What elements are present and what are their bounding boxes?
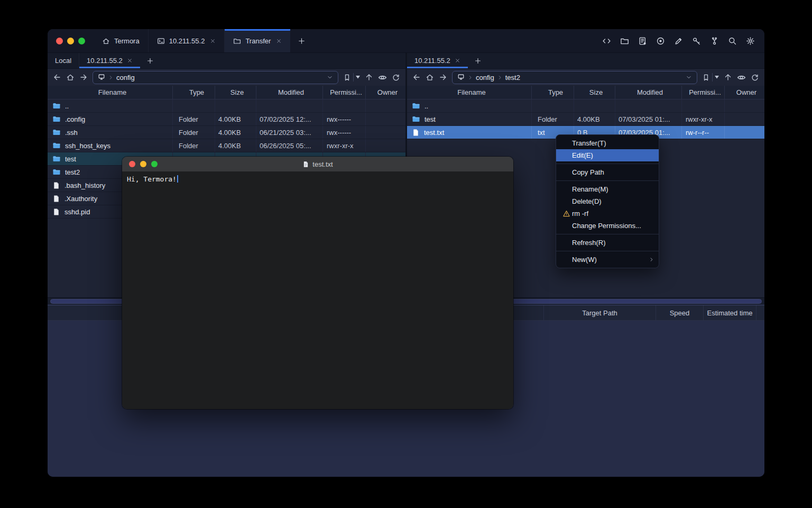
path-bar[interactable]: config test2: [452, 71, 697, 84]
close-tab-icon[interactable]: [210, 38, 216, 44]
file-row[interactable]: ..: [48, 99, 405, 113]
close-tab-icon[interactable]: [276, 38, 282, 44]
column-header-size[interactable]: Size: [574, 86, 615, 99]
show-hidden-files-button[interactable]: [737, 73, 746, 82]
log-button[interactable]: [638, 37, 647, 46]
close-tab-icon[interactable]: [455, 58, 460, 64]
column-header-modified[interactable]: Modified: [615, 86, 681, 99]
editor-text-area[interactable]: Hi, Termora!: [122, 171, 513, 409]
parent-directory-button[interactable]: [724, 73, 732, 81]
refresh-button[interactable]: [751, 73, 759, 81]
tab-remote-session[interactable]: 10.211.55.2: [407, 53, 468, 68]
minimize-window-button[interactable]: [140, 161, 146, 167]
file-table-header: Filename Type Size Modified Permissi... …: [48, 86, 405, 99]
menu-item-new[interactable]: New(W): [556, 253, 659, 266]
menu-item-delete[interactable]: Delete(D): [556, 195, 659, 207]
file-icon: [52, 182, 60, 189]
key-button[interactable]: [692, 37, 701, 46]
folder-button[interactable]: [620, 37, 629, 46]
column-header-type[interactable]: Type: [172, 86, 215, 99]
close-window-button[interactable]: [56, 38, 63, 44]
home-button[interactable]: [426, 73, 434, 81]
menu-item-refresh[interactable]: Refresh(R): [556, 237, 659, 249]
chevron-down-icon[interactable]: [686, 74, 692, 80]
file-name: test2: [65, 168, 80, 176]
menu-item-change-permissions[interactable]: Change Permissions...: [556, 220, 659, 232]
path-segment: config: [116, 74, 135, 81]
menu-item-rm-rf[interactable]: rm -rf: [556, 207, 659, 220]
keymap-button[interactable]: [710, 37, 719, 46]
back-button[interactable]: [412, 73, 421, 81]
column-header-owner[interactable]: Owner: [365, 86, 405, 99]
file-name: test: [65, 155, 76, 163]
file-row[interactable]: test Folder 4.00KB 07/03/2025 01:... rwx…: [407, 113, 764, 126]
minimize-window-button[interactable]: [67, 38, 74, 44]
new-tab-button[interactable]: [290, 29, 313, 52]
zoom-window-button[interactable]: [151, 161, 158, 167]
file-name: .config: [65, 115, 85, 123]
tab-remote-session[interactable]: 10.211.55.2: [79, 53, 140, 68]
tab-local[interactable]: Local: [48, 53, 79, 68]
refresh-button[interactable]: [392, 73, 400, 81]
file-name: ..: [65, 102, 69, 110]
file-icon: [412, 129, 420, 137]
new-pane-tab-button[interactable]: [468, 53, 488, 68]
file-row[interactable]: .ssh Folder 4.00KB 06/21/2025 03:... rwx…: [48, 126, 405, 139]
folder-icon: [412, 115, 420, 123]
file-row[interactable]: ..: [407, 99, 764, 113]
desktop: Termora 10.211.55.2 Transfer: [0, 0, 812, 508]
zoom-window-button[interactable]: [78, 38, 85, 44]
settings-button[interactable]: [746, 37, 755, 46]
bookmark-dropdown-icon[interactable]: [356, 76, 360, 79]
parent-directory-button[interactable]: [365, 73, 373, 81]
back-button[interactable]: [53, 73, 61, 81]
folder-icon: [412, 102, 420, 110]
column-header-estimated-time[interactable]: Estimated time: [703, 305, 756, 320]
menu-item-copy-path[interactable]: Copy Path: [556, 166, 659, 178]
close-tab-icon[interactable]: [127, 58, 133, 64]
search-button[interactable]: [728, 37, 737, 46]
path-bar[interactable]: config: [93, 71, 338, 84]
record-button[interactable]: [656, 37, 665, 46]
file-row[interactable]: .config Folder 4.00KB 07/02/2025 12:... …: [48, 113, 405, 126]
column-header-target-path[interactable]: Target Path: [543, 305, 656, 320]
file-row[interactable]: ssh_host_keys Folder 4.00KB 06/26/2025 0…: [48, 139, 405, 152]
bookmark-button[interactable]: [343, 74, 351, 81]
file-name: ..: [425, 102, 428, 110]
tab-label: Local: [55, 57, 71, 65]
home-button[interactable]: [66, 73, 75, 81]
column-header-permissions[interactable]: Permissi...: [681, 86, 724, 99]
tab-transfer[interactable]: Transfer: [225, 29, 290, 52]
menu-item-rename[interactable]: Rename(M): [556, 183, 659, 195]
column-header-type[interactable]: Type: [531, 86, 574, 99]
divider: [712, 73, 713, 81]
column-header-modified[interactable]: Modified: [256, 86, 322, 99]
column-header-filename[interactable]: Filename: [407, 86, 531, 99]
editor-titlebar[interactable]: test.txt: [122, 157, 513, 171]
chevron-down-icon[interactable]: [327, 74, 333, 80]
column-header-filename[interactable]: Filename: [48, 86, 172, 99]
forward-button[interactable]: [79, 73, 88, 81]
file-name: .ssh: [65, 129, 78, 137]
menu-item-transfer[interactable]: Transfer(T): [556, 137, 659, 149]
folder-icon: [52, 155, 61, 163]
code-button[interactable]: [602, 37, 611, 46]
forward-button[interactable]: [439, 73, 447, 81]
column-header-owner[interactable]: Owner: [724, 86, 764, 99]
new-pane-tab-button[interactable]: [140, 53, 160, 68]
menu-item-edit[interactable]: Edit(E): [556, 149, 659, 161]
tab-termora[interactable]: Termora: [94, 29, 149, 52]
bookmark-dropdown-icon[interactable]: [715, 76, 719, 79]
tab-session-10-211-55-2[interactable]: 10.211.55.2: [149, 29, 225, 52]
chevron-right-icon: [497, 75, 502, 80]
text-cursor: [177, 175, 178, 183]
column-header-speed[interactable]: Speed: [656, 305, 703, 320]
column-header-permissions[interactable]: Permissi...: [322, 86, 365, 99]
column-header-size[interactable]: Size: [215, 86, 256, 99]
show-hidden-files-button[interactable]: [378, 73, 387, 82]
edit-button[interactable]: [674, 37, 683, 46]
folder-icon: [52, 141, 61, 150]
close-window-button[interactable]: [129, 161, 135, 167]
bookmark-button[interactable]: [702, 74, 710, 81]
path-segment: config: [476, 74, 494, 81]
